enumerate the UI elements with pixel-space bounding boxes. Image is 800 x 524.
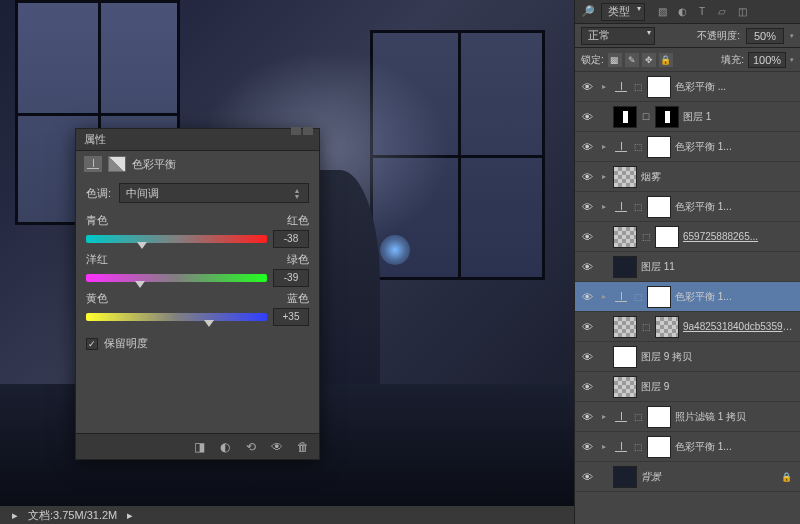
- visibility-toggle[interactable]: 👁: [579, 171, 595, 183]
- lock-all-icon[interactable]: 🔒: [659, 53, 673, 67]
- layer-name[interactable]: 背景: [641, 470, 777, 484]
- status-arrow-icon[interactable]: ▸: [125, 509, 135, 522]
- color-slider[interactable]: [86, 233, 267, 245]
- layer-thumb[interactable]: [613, 166, 637, 188]
- layer-thumb[interactable]: [613, 316, 637, 338]
- visibility-toggle[interactable]: 👁: [579, 291, 595, 303]
- search-icon[interactable]: 🔎: [581, 5, 595, 18]
- layer-name[interactable]: 9a482531840dcb535990...: [683, 321, 796, 332]
- layer-row[interactable]: 👁⬚659725888265...: [575, 222, 800, 252]
- lock-trans-icon[interactable]: ▩: [608, 53, 622, 67]
- visibility-toggle[interactable]: 👁: [579, 231, 595, 243]
- layer-name[interactable]: 色彩平衡 1...: [675, 140, 796, 154]
- visibility-toggle[interactable]: 👁: [579, 381, 595, 393]
- visibility-toggle[interactable]: 👁: [579, 321, 595, 333]
- layer-mask-thumb[interactable]: [655, 106, 679, 128]
- layer-name[interactable]: 色彩平衡 ...: [675, 80, 796, 94]
- slider-value-input[interactable]: -39: [273, 269, 309, 287]
- layer-row[interactable]: 👁▸⬚色彩平衡 1...: [575, 282, 800, 312]
- layer-name[interactable]: 色彩平衡 1...: [675, 290, 796, 304]
- visibility-toggle[interactable]: 👁: [579, 351, 595, 363]
- layer-mask-thumb[interactable]: [647, 136, 671, 158]
- layer-thumb[interactable]: [613, 466, 637, 488]
- layer-name[interactable]: 色彩平衡 1...: [675, 440, 796, 454]
- layer-mask-thumb[interactable]: [655, 226, 679, 248]
- tone-select[interactable]: 中间调: [119, 183, 309, 203]
- visibility-toggle[interactable]: 👁: [579, 141, 595, 153]
- expand-icon[interactable]: ▸: [599, 292, 609, 301]
- visibility-toggle[interactable]: 👁: [579, 261, 595, 273]
- layer-name[interactable]: 照片滤镜 1 拷贝: [675, 410, 796, 424]
- layer-thumb[interactable]: [613, 256, 637, 278]
- color-slider[interactable]: [86, 272, 267, 284]
- visibility-toggle[interactable]: 👁: [579, 441, 595, 453]
- view-previous-icon[interactable]: ◐: [217, 440, 233, 454]
- filter-adjust-icon[interactable]: ◐: [675, 5, 689, 19]
- preserve-luminosity-checkbox[interactable]: ✓: [86, 338, 98, 350]
- layer-row[interactable]: 👁▸⬚色彩平衡 1...: [575, 132, 800, 162]
- layer-row[interactable]: 👁☐图层 1: [575, 102, 800, 132]
- layer-mask-thumb[interactable]: [647, 286, 671, 308]
- expand-icon[interactable]: ▸: [599, 442, 609, 451]
- lock-pos-icon[interactable]: ✥: [642, 53, 656, 67]
- trash-icon[interactable]: 🗑: [295, 440, 311, 454]
- clip-icon[interactable]: ◨: [191, 440, 207, 454]
- layer-row[interactable]: 👁背景🔒: [575, 462, 800, 492]
- visibility-toggle[interactable]: 👁: [579, 471, 595, 483]
- filter-pixel-icon[interactable]: ▧: [655, 5, 669, 19]
- layer-row[interactable]: 👁▸⬚色彩平衡 1...: [575, 432, 800, 462]
- layer-name[interactable]: 图层 1: [683, 110, 796, 124]
- filter-shape-icon[interactable]: ▱: [715, 5, 729, 19]
- lock-paint-icon[interactable]: ✎: [625, 53, 639, 67]
- slider-value-input[interactable]: +35: [273, 308, 309, 326]
- expand-icon[interactable]: ▸: [599, 172, 609, 181]
- fill-arrow-icon[interactable]: ▾: [790, 56, 794, 64]
- opacity-input[interactable]: 50%: [746, 28, 784, 44]
- blend-mode-select[interactable]: 正常: [581, 27, 655, 45]
- visibility-toggle[interactable]: 👁: [579, 201, 595, 213]
- reset-icon[interactable]: ⟲: [243, 440, 259, 454]
- layer-mask-thumb[interactable]: [647, 406, 671, 428]
- layer-row[interactable]: 👁⬚9a482531840dcb535990...: [575, 312, 800, 342]
- visibility-toggle[interactable]: 👁: [579, 111, 595, 123]
- layer-thumb[interactable]: [613, 226, 637, 248]
- layer-name[interactable]: 图层 9: [641, 380, 796, 394]
- layer-row[interactable]: 👁▸⬚色彩平衡 1...: [575, 192, 800, 222]
- expand-icon[interactable]: ▸: [599, 412, 609, 421]
- properties-panel[interactable]: 属性 色彩平衡 色调: 中间调 青色红色 -38 洋红绿色 -39 黄色蓝色 +…: [75, 128, 320, 460]
- expand-icon[interactable]: ▸: [599, 142, 609, 151]
- layer-name[interactable]: 图层 9 拷贝: [641, 350, 796, 364]
- layer-mask-thumb[interactable]: [647, 196, 671, 218]
- layer-name[interactable]: 659725888265...: [683, 231, 796, 242]
- filter-type-icon[interactable]: T: [695, 5, 709, 19]
- layer-thumb[interactable]: [613, 376, 637, 398]
- visibility-icon[interactable]: 👁: [269, 440, 285, 454]
- layer-row[interactable]: 👁▸⬚色彩平衡 ...: [575, 72, 800, 102]
- fill-input[interactable]: 100%: [748, 52, 786, 68]
- status-arrow-right-icon[interactable]: ▸: [10, 509, 20, 522]
- layer-mask-thumb[interactable]: [647, 436, 671, 458]
- layer-mask-thumb[interactable]: [655, 316, 679, 338]
- layer-row[interactable]: 👁图层 9: [575, 372, 800, 402]
- layer-row[interactable]: 👁图层 11: [575, 252, 800, 282]
- layer-name[interactable]: 图层 11: [641, 260, 796, 274]
- layer-row[interactable]: 👁图层 9 拷贝: [575, 342, 800, 372]
- visibility-toggle[interactable]: 👁: [579, 411, 595, 423]
- filter-type-select[interactable]: 类型: [601, 3, 645, 21]
- expand-icon[interactable]: ▸: [599, 82, 609, 91]
- opacity-arrow-icon[interactable]: ▾: [790, 32, 794, 40]
- layer-row[interactable]: 👁▸⬚照片滤镜 1 拷贝: [575, 402, 800, 432]
- layer-mask-thumb[interactable]: [647, 76, 671, 98]
- expand-icon[interactable]: ▸: [599, 202, 609, 211]
- color-slider[interactable]: [86, 311, 267, 323]
- filter-smart-icon[interactable]: ◫: [735, 5, 749, 19]
- layer-name[interactable]: 色彩平衡 1...: [675, 200, 796, 214]
- layers-list[interactable]: 👁▸⬚色彩平衡 ...👁☐图层 1👁▸⬚色彩平衡 1...👁▸烟雾👁▸⬚色彩平衡…: [575, 72, 800, 524]
- layers-panel[interactable]: 🔎 类型 ▧ ◐ T ▱ ◫ 正常 不透明度: 50% ▾ 锁定: ▩ ✎ ✥ …: [574, 0, 800, 524]
- layer-row[interactable]: 👁▸烟雾: [575, 162, 800, 192]
- visibility-toggle[interactable]: 👁: [579, 81, 595, 93]
- layer-name[interactable]: 烟雾: [641, 170, 796, 184]
- slider-value-input[interactable]: -38: [273, 230, 309, 248]
- layer-thumb[interactable]: [613, 106, 637, 128]
- properties-header[interactable]: 属性: [76, 129, 319, 151]
